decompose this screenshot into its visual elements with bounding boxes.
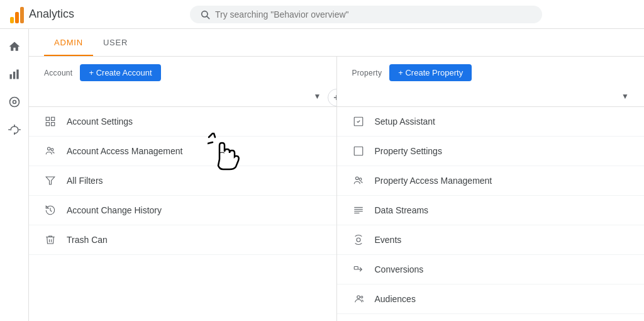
logo-bar-1 (10, 17, 14, 23)
account-col-header: Account + Create Account (29, 57, 336, 89)
menu-item-conversions[interactable]: Conversions (337, 255, 645, 284)
conversions-icon (352, 263, 365, 276)
account-col-header-left: Account + Create Account (44, 64, 161, 81)
svg-point-24 (357, 238, 360, 242)
svg-point-18 (355, 177, 358, 180)
svg-rect-4 (16, 70, 18, 79)
setup-assistant-icon (352, 115, 365, 128)
account-history-label: Account Change History (67, 205, 321, 215)
events-icon (352, 234, 365, 246)
account-dropdown-arrow: ▼ (314, 92, 321, 101)
svg-point-13 (48, 147, 51, 150)
conversions-label: Conversions (375, 264, 630, 274)
events-label: Events (375, 235, 630, 245)
tab-user[interactable]: USER (93, 30, 138, 56)
sidebar-item-home[interactable] (2, 34, 27, 59)
svg-rect-11 (46, 123, 49, 126)
svg-rect-2 (9, 74, 11, 79)
logo-bar-3 (20, 7, 24, 23)
property-column: Property + Create Property ▼ Setup Assis… (337, 57, 645, 321)
audiences-icon (352, 293, 365, 305)
sidebar-item-explore[interactable] (2, 89, 27, 115)
all-filters-icon (44, 174, 57, 187)
account-history-icon (44, 204, 57, 217)
account-access-label: Account Access Management (67, 146, 321, 156)
search-bar[interactable] (190, 6, 542, 23)
add-link-button[interactable] (328, 89, 337, 106)
all-filters-label: All Filters (67, 176, 321, 186)
property-settings-label: Property Settings (375, 146, 630, 156)
tab-admin[interactable]: ADMIN (44, 30, 93, 56)
svg-rect-17 (354, 147, 363, 155)
svg-rect-10 (52, 117, 55, 120)
setup-assistant-label: Setup Assistant (375, 116, 630, 127)
app-header: Analytics (0, 0, 644, 29)
data-streams-icon (352, 204, 365, 217)
search-input[interactable] (215, 9, 532, 20)
svg-line-1 (207, 16, 209, 19)
property-col-header: Property + Create Property (337, 57, 645, 89)
property-settings-icon (352, 145, 365, 157)
trash-can-icon (44, 234, 57, 246)
property-dropdown[interactable] (352, 91, 622, 101)
menu-item-account-history[interactable]: Account Change History (29, 196, 336, 225)
property-access-label: Property Access Management (375, 176, 630, 186)
account-access-icon (44, 145, 57, 157)
main-content: ADMIN USER Account + Create Account ▼ (29, 29, 644, 321)
menu-item-audiences[interactable]: Audiences (337, 284, 645, 314)
svg-point-27 (357, 296, 360, 299)
menu-item-account-settings[interactable]: Account Settings (29, 107, 336, 137)
svg-rect-25 (354, 267, 358, 270)
sidebar-item-reports[interactable] (2, 62, 27, 87)
property-access-icon (352, 174, 365, 187)
create-property-button[interactable]: + Create Property (389, 64, 472, 81)
trash-can-label: Trash Can (67, 235, 321, 245)
account-settings-label: Account Settings (67, 116, 321, 127)
menu-item-trash-can[interactable]: Trash Can (29, 225, 336, 255)
menu-item-property-access[interactable]: Property Access Management (337, 166, 645, 196)
menu-item-data-streams[interactable]: Data Streams (337, 196, 645, 225)
menu-item-custom-definitions[interactable]: Custom definitions (337, 314, 645, 321)
account-label: Account (44, 69, 72, 77)
account-settings-icon (44, 115, 57, 128)
audiences-label: Audiences (375, 294, 630, 304)
property-col-header-left: Property + Create Property (352, 64, 472, 81)
left-sidebar (0, 29, 29, 321)
svg-point-19 (359, 178, 362, 181)
property-label: Property (352, 69, 382, 77)
sidebar-item-advertising[interactable] (2, 117, 27, 142)
tab-bar: ADMIN USER (29, 29, 644, 57)
svg-marker-15 (46, 177, 55, 184)
logo-area: Analytics (10, 6, 98, 23)
svg-rect-12 (52, 123, 55, 126)
svg-rect-3 (13, 72, 14, 79)
content-area: Account + Create Account ▼ Accou (29, 57, 644, 321)
analytics-logo (10, 6, 24, 23)
property-dropdown-arrow: ▼ (621, 92, 629, 101)
account-dropdown-row: ▼ (29, 89, 336, 107)
property-dropdown-row: ▼ (337, 89, 645, 107)
logo-bar-2 (15, 12, 19, 23)
account-dropdown[interactable] (44, 91, 314, 101)
app-title: Analytics (29, 8, 74, 21)
svg-point-6 (13, 101, 16, 104)
menu-item-events[interactable]: Events (337, 225, 645, 255)
svg-point-14 (51, 149, 53, 151)
data-streams-label: Data Streams (375, 205, 630, 215)
svg-point-28 (360, 296, 362, 298)
svg-rect-9 (46, 117, 49, 120)
menu-item-setup-assistant[interactable]: Setup Assistant (337, 107, 645, 137)
menu-item-all-filters[interactable]: All Filters (29, 166, 336, 196)
menu-item-account-access[interactable]: Account Access Management (29, 137, 336, 166)
create-account-button[interactable]: + Create Account (80, 64, 160, 81)
menu-item-property-settings[interactable]: Property Settings (337, 137, 645, 166)
svg-point-5 (9, 98, 19, 107)
search-icon (200, 9, 210, 20)
account-column: Account + Create Account ▼ Accou (29, 57, 337, 321)
